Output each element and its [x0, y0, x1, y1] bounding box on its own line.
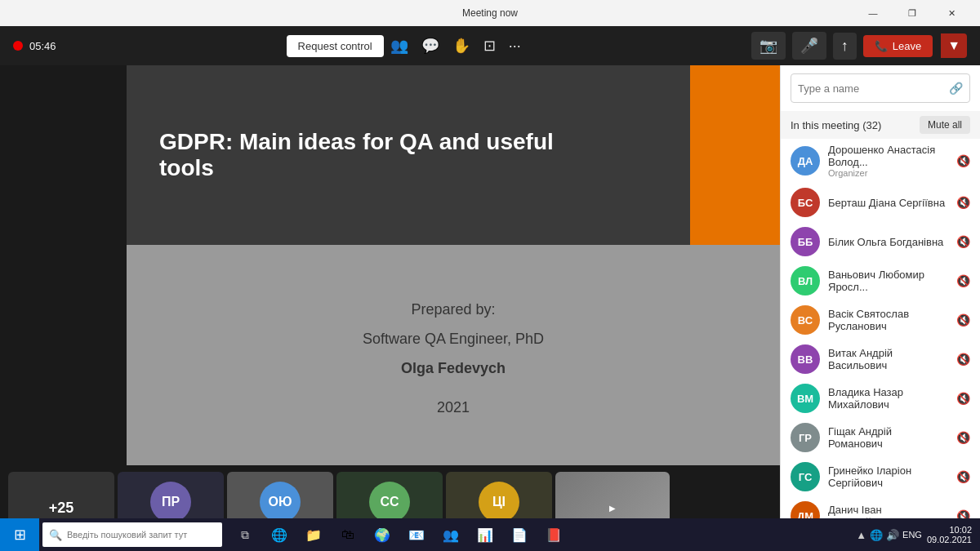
slide-body: Prepared by: Software QA Engineer, PhD O…: [127, 245, 780, 465]
in-meeting-label: In this meeting (32): [791, 119, 881, 131]
taskbar: ⊞ 🔍 ⧉ 🌐 📁 🛍 🌍 📧 👥 📊 📄 📕 ▲ 🌐 🔊 ENG 10:02 …: [0, 518, 980, 551]
participant-mic-icon: 🔇: [956, 353, 970, 366]
meeting-toolbar: 05:46 Request control 👥 💬 ✋ ⊡ ··· 📷 🎤 ↑ …: [0, 26, 980, 65]
window-title: Meeting now: [462, 7, 518, 19]
start-button[interactable]: ⊞: [0, 518, 39, 551]
participant-role: Organizer: [828, 168, 948, 178]
taskbar-search-input[interactable]: [67, 530, 216, 540]
chrome-icon[interactable]: 🌍: [366, 518, 399, 551]
slide-title: GDPR: Main ideas for QA and useful tools: [159, 129, 584, 181]
mute-all-button[interactable]: Mute all: [920, 116, 970, 134]
meeting-timer: 05:46: [29, 40, 56, 52]
participants-panel: Participants ··· ✕ 🔗 In this meeting (32…: [780, 26, 980, 551]
participant-item[interactable]: БББілик Ольга Богданівна🔇: [781, 222, 980, 261]
toolbar-action-icons: 👥 💬 ✋ ⊡ ···: [390, 37, 521, 55]
taskbar-search[interactable]: 🔍: [42, 522, 222, 547]
recording-indicator: [13, 41, 23, 51]
participant-name: Дорошенко Анастасія Волод...: [828, 144, 948, 168]
excel-icon[interactable]: 📊: [469, 518, 501, 551]
store-icon[interactable]: 🛍: [332, 518, 364, 551]
edge-icon[interactable]: 🌐: [263, 518, 296, 551]
close-button[interactable]: ✕: [933, 0, 970, 26]
lang-indicator[interactable]: ENG: [902, 530, 922, 540]
mic-button[interactable]: 🎤: [792, 32, 826, 60]
chat-icon[interactable]: 💬: [421, 37, 439, 55]
breakout-icon[interactable]: ⊡: [483, 37, 496, 55]
participant-mic-icon: 🔇: [956, 313, 970, 327]
participants-list: ДАДорошенко Анастасія Волод...Organizer🔇…: [781, 139, 980, 551]
system-tray: ▲ 🌐 🔊 ENG: [856, 529, 922, 541]
toolbar-right: 📷 🎤 ↑ 📞 Leave ▼: [751, 32, 967, 60]
main-content-area: GDPR: Main ideas for QA and useful tools…: [0, 65, 780, 527]
participant-mic-icon: 🔇: [956, 274, 970, 287]
toolbar-center: Request control 👥 💬 ✋ ⊡ ···: [287, 35, 521, 57]
volume-icon[interactable]: 🔊: [886, 529, 899, 541]
participant-search-box[interactable]: 🔗: [791, 73, 970, 103]
participant-name: Витак Андрій Васильович: [828, 347, 948, 371]
participant-item[interactable]: ГСГринейко Іларіон Сергійович🔇: [781, 457, 980, 496]
participant-avatar: БС: [791, 188, 820, 217]
avatar-tsi: ЦІ: [479, 482, 519, 522]
participant-mic-icon: 🔇: [956, 470, 970, 483]
avatar-oyu: ОЮ: [260, 482, 301, 522]
minimize-button[interactable]: —: [854, 0, 892, 26]
participant-item[interactable]: ВВВитак Андрій Васильович🔇: [781, 340, 980, 379]
title-bar: Meeting now — ❐ ✕: [0, 0, 980, 26]
participant-info: Гіщак Андрій Романович: [828, 425, 948, 450]
cortana-icon: 🔍: [49, 529, 62, 541]
request-control-button[interactable]: Request control: [287, 35, 384, 57]
network-icon[interactable]: 🌐: [870, 529, 883, 541]
slide-orange-block: [690, 65, 780, 245]
avatar-ss: СС: [369, 482, 410, 522]
participant-item[interactable]: ВМВладика Назар Михайлович🔇: [781, 379, 980, 418]
task-view-icon[interactable]: ⧉: [229, 518, 261, 551]
participant-item[interactable]: ВСВасік Святослав Русланович🔇: [781, 300, 980, 340]
participant-mic-icon: 🔇: [956, 235, 970, 248]
participant-item[interactable]: БСБерташ Діана Сергіївна🔇: [781, 183, 980, 222]
participant-mic-icon: 🔇: [956, 431, 970, 444]
taskbar-right: ▲ 🌐 🔊 ENG 10:02 09.02.2021: [856, 525, 980, 544]
participant-search-input[interactable]: [798, 82, 949, 95]
in-meeting-bar: In this meeting (32) Mute all: [781, 111, 980, 139]
system-clock[interactable]: 10:02 09.02.2021: [927, 525, 972, 544]
pdf-icon[interactable]: 📕: [537, 518, 570, 551]
avatar-pr: ПР: [150, 482, 191, 522]
slide-prepared-by: Prepared by: Software QA Engineer, PhD O…: [363, 295, 544, 383]
participant-item[interactable]: ВЛВаньович Любомир Яросл...🔇: [781, 261, 980, 300]
participant-name: Ваньович Любомир Яросл...: [828, 269, 948, 293]
participant-item[interactable]: ДАДорошенко Анастасія Волод...Organizer🔇: [781, 139, 980, 183]
plus-count: +25: [49, 500, 74, 517]
participant-name: Васік Святослав Русланович: [828, 308, 948, 332]
camera-button[interactable]: 📷: [751, 32, 786, 60]
leave-chevron[interactable]: ▼: [941, 33, 967, 58]
teams-icon[interactable]: 👥: [434, 518, 467, 551]
participant-item[interactable]: ГРГіщак Андрій Романович🔇: [781, 418, 980, 457]
taskbar-app-icons: ⧉ 🌐 📁 🛍 🌍 📧 👥 📊 📄 📕: [229, 518, 570, 551]
participant-avatar: ГР: [791, 423, 820, 452]
more-options-icon[interactable]: ···: [509, 38, 521, 55]
outlook-icon[interactable]: 📧: [400, 518, 433, 551]
phone-icon: 📞: [875, 40, 888, 52]
participant-avatar: ВС: [791, 305, 820, 335]
window-controls: — ❐ ✕: [854, 0, 970, 26]
tray-chevron[interactable]: ▲: [856, 529, 866, 541]
search-link-icon: 🔗: [949, 82, 963, 95]
share-button[interactable]: ↑: [833, 33, 857, 60]
presentation-slide: GDPR: Main ideas for QA and useful tools…: [127, 65, 780, 465]
leave-button[interactable]: 📞 Leave: [863, 35, 933, 57]
explorer-icon[interactable]: 📁: [297, 518, 330, 551]
participant-info: Берташ Діана Сергіївна: [828, 197, 948, 209]
raise-hand-icon[interactable]: ✋: [452, 37, 470, 55]
participant-name: Гринейко Іларіон Сергійович: [828, 464, 948, 489]
participant-avatar: ББ: [791, 227, 820, 256]
participants-icon[interactable]: 👥: [390, 37, 408, 55]
participant-info: Васік Святослав Русланович: [828, 308, 948, 332]
word-icon[interactable]: 📄: [503, 518, 536, 551]
participant-mic-icon: 🔇: [956, 196, 970, 209]
participant-info: Витак Андрій Васильович: [828, 347, 948, 371]
real-video-label: ▶: [609, 504, 616, 513]
slide-header: GDPR: Main ideas for QA and useful tools: [127, 65, 780, 245]
restore-button[interactable]: ❐: [893, 0, 931, 26]
participant-name: Владика Назар Михайлович: [828, 386, 948, 411]
participant-info: Білик Ольга Богданівна: [828, 236, 948, 248]
